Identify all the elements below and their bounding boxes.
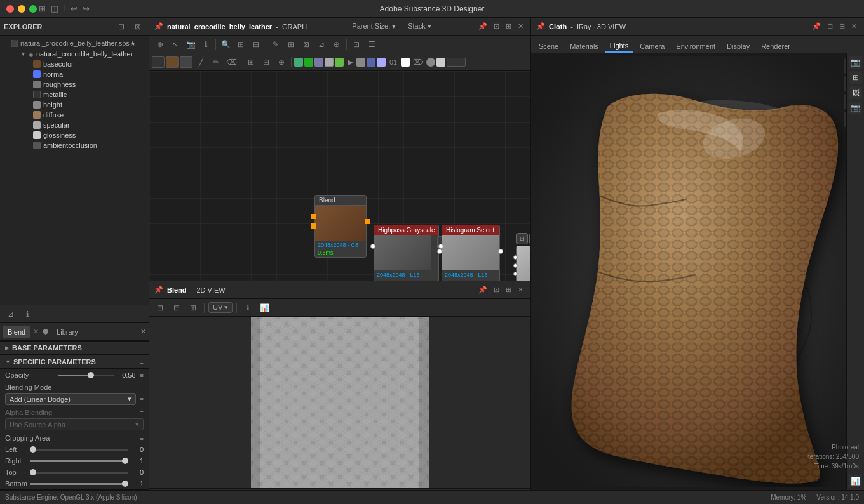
color-bluegreen[interactable] [314,58,323,67]
channel-roughness[interactable]: roughness [0,79,149,90]
colorbar-pencil[interactable]: ✏ [209,56,223,69]
crop-left-slider[interactable] [30,445,128,454]
colorbar-circle[interactable] [426,58,435,67]
graph-pin-icon[interactable]: 📌 [154,22,163,30]
nav-display[interactable]: Display [722,41,755,52]
view2d-chart-icon[interactable]: 📊 [257,302,271,314]
graph-comment[interactable]: ✎ [269,38,283,51]
sidebar-tool4[interactable]: 📷 [849,102,862,114]
color-gray2[interactable] [356,58,365,67]
view2d-close-icon[interactable]: ✕ [516,285,525,295]
graph-tool-select[interactable]: ↖ [168,38,182,51]
colorbar-slash[interactable]: ╱ [194,56,208,69]
channel-height[interactable]: height [0,100,149,110]
view3d-pin-icon[interactable]: 📌 [536,22,545,30]
node-histogram[interactable]: Histogram Select 2048x2048 - L16 4.28ms [442,225,500,281]
nav-materials[interactable]: Materials [565,41,604,52]
base-params-header[interactable]: ▶ BASE PARAMETERS [0,341,149,355]
opacity-slider[interactable] [58,371,114,380]
crop-top-thumb[interactable] [30,469,36,475]
colorbar-box[interactable] [447,58,466,67]
node-blend-top-left[interactable]: Blend 2048x2048 - C8 0.5ms [314,195,367,258]
graph-frame[interactable]: ⊞ [234,38,248,51]
view3d-pin2-icon[interactable]: 📌 [810,22,823,31]
nav-renderer[interactable]: Renderer [756,41,795,52]
props-icon2[interactable]: ℹ [20,308,34,321]
props-icon1[interactable]: ⊿ [4,308,18,321]
minimize-button[interactable] [18,5,25,13]
layers-icon[interactable]: ◫ [51,4,58,13]
color-white[interactable] [401,58,410,67]
view2d-float-icon[interactable]: ⊡ [492,285,501,295]
expand-icon[interactable]: ⊡ [114,20,128,33]
opacity-options-icon[interactable]: ≡ [140,371,144,379]
uv-dropdown[interactable]: UV ▾ [208,302,233,313]
colorbar-tools[interactable]: ⊕ [274,56,288,69]
grid-icon[interactable]: ⊞ [39,4,46,13]
crop-top-slider[interactable] [30,468,128,477]
view2d-pin2-icon[interactable]: 📌 [476,285,489,295]
close-props-icon[interactable]: ✕ [140,328,146,336]
crop-bottom-thumb[interactable] [122,481,128,487]
home-icon[interactable]: ⌂ [29,4,34,13]
close-button[interactable] [6,5,14,13]
crop-left-thumb[interactable] [30,446,36,453]
colorbar-A[interactable] [436,58,445,67]
channel-basecolor[interactable]: basecolor [0,59,149,69]
graph-fit[interactable]: ⊟ [249,38,263,51]
view2d-pin-icon[interactable]: 📌 [154,286,163,294]
nav-environment[interactable]: Environment [671,41,720,52]
channel-ao[interactable]: ambientocclusion [0,140,149,150]
view3d-float-icon[interactable]: ⊡ [825,22,835,31]
colorbar-grid[interactable]: ⊞ [244,56,258,69]
channel-diffuse[interactable]: diffuse [0,110,149,120]
channel-glossiness[interactable]: glossiness [0,130,149,140]
file-node[interactable]: ⬛ natural_crocodile_belly_leather.sbs★ [0,38,149,49]
crop-bottom-slider[interactable] [30,479,128,488]
stack-label[interactable]: Stack ▾ [408,22,431,30]
opacity-thumb[interactable] [88,372,94,378]
graph-pin2-icon[interactable]: 📌 [476,22,489,31]
collapse-icon[interactable]: ⊠ [131,20,145,33]
view3d-close-icon[interactable]: ✕ [849,22,859,31]
specific-params-header[interactable]: ▼ SPECIFIC PARAMETERS ≡ [0,355,149,369]
color-yellow[interactable] [335,58,344,67]
nav-scene[interactable]: Scene [534,41,564,52]
graph-node-item[interactable]: ▼ ◈ natural_crocodile_belly_leather [0,49,149,59]
view2d-tool2[interactable]: ⊟ [170,302,184,314]
color-gray[interactable] [325,58,334,67]
colorbar-btn3[interactable] [180,56,192,68]
node-highpass[interactable]: Highpass Grayscale 2048x2048 - L16 3.14m… [374,225,439,281]
sidebar-tool2[interactable]: ⊞ [849,71,862,84]
colorbar-t1[interactable]: ⌦ [411,56,425,69]
graph-tool-info[interactable]: ℹ [199,38,213,51]
view2d-tool1[interactable]: ⊡ [153,302,167,314]
graph-close-icon[interactable]: ✕ [516,22,525,31]
graph-tool-add[interactable]: ⊕ [153,38,167,51]
sidebar-tool1[interactable]: 📷 [849,56,862,69]
channel-normal[interactable]: normal [0,69,149,79]
view2d-tool3[interactable]: ⊞ [186,302,200,314]
graph-float-icon[interactable]: ⊡ [492,22,501,31]
tab-library[interactable]: Library [51,326,83,338]
color-purple[interactable] [367,58,375,67]
redo-icon[interactable]: ↪ [83,4,90,13]
graph-tool8[interactable]: ☰ [365,38,379,51]
nav-lights[interactable]: Lights [605,40,633,53]
view3d-max-icon[interactable]: ⊞ [837,22,847,31]
graph-align[interactable]: ⊞ [284,38,298,51]
color-green[interactable] [294,58,303,67]
colorbar-eraser[interactable]: ⌫ [224,56,238,69]
cropping-options-icon[interactable]: ≡ [140,434,144,442]
graph-max-icon[interactable]: ⊞ [504,22,513,31]
sidebar-chart-icon[interactable]: 📊 [849,475,862,487]
node-blend-center-icons[interactable]: ⊟ ⊡ 2048x2048 - L16 0.44ms [516,233,530,281]
graph-distribute[interactable]: ⊠ [299,38,313,51]
channel-metallic[interactable]: metallic [0,90,149,100]
view2d-max-icon[interactable]: ⊞ [504,285,513,295]
graph-tool-camera[interactable]: 📷 [184,38,198,51]
blending-options-icon[interactable]: ≡ [140,395,144,403]
graph-tool5[interactable]: ⊿ [314,38,328,51]
graph-tool6[interactable]: ⊕ [330,38,344,51]
graph-tool7[interactable]: ⊡ [349,38,363,51]
